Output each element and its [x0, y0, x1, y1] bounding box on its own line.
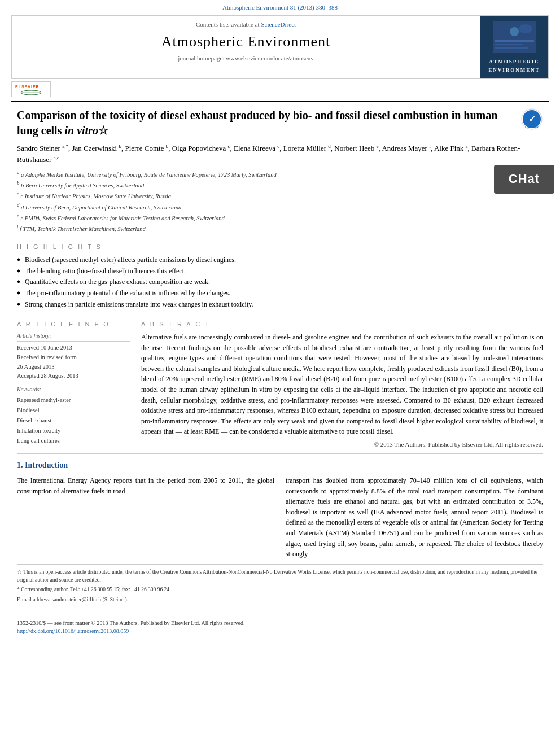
accepted-date: Accepted 28 August 2013: [17, 372, 130, 381]
intro-text-right: transport has doubled from approximately…: [286, 475, 543, 560]
crossmark-icon[interactable]: ✓ CrossMark: [520, 108, 543, 130]
doi-link[interactable]: http://dx.doi.org/10.1016/j.atmosenv.201…: [17, 627, 244, 635]
svg-text:✓: ✓: [528, 114, 536, 124]
keyword: Inhalation toxicity: [17, 426, 130, 436]
abstract-text: Alternative fuels are increasingly combu…: [141, 332, 543, 437]
divider-after-highlights: [17, 314, 543, 314]
elsevier-row: ELSEVIER: [0, 79, 560, 97]
header-main: Contents lists available at ScienceDirec…: [12, 16, 480, 78]
received-revised-label: Received in revised form: [17, 353, 130, 362]
highlights-section: H I G H L I G H T S Biodiesel (rapeseed …: [17, 243, 543, 309]
article-body: Comparison of the toxicity of diesel exh…: [0, 102, 560, 611]
footnote-1: ☆ This is an open-access article distrib…: [17, 568, 543, 584]
intro-heading: 1. Introduction: [17, 460, 543, 471]
svg-text:CrossMark: CrossMark: [525, 125, 539, 129]
history-label: Article history:: [17, 332, 130, 342]
svg-rect-5: [495, 47, 528, 49]
keyword: Rapeseed methyl-ester: [17, 395, 130, 405]
journal-reference-link[interactable]: Atmospheric Environment 81 (2013) 380–38…: [222, 4, 338, 11]
elsevier-logo: ELSEVIER: [11, 81, 51, 97]
divider-after-affiliations: [17, 238, 543, 238]
divider-before-intro: [17, 453, 543, 454]
info-abstract-row: A R T I C L E I N F O Article history: R…: [17, 320, 543, 449]
list-item: Quantitative effects on the gas-phase ex…: [17, 277, 543, 287]
abstract-heading: A B S T R A C T: [141, 320, 543, 329]
abstract-col: A B S T R A C T Alternative fuels are in…: [141, 320, 543, 449]
keywords-label: Keywords:: [17, 386, 130, 394]
introduction-section: 1. Introduction The International Energy…: [17, 460, 543, 559]
list-item: The pro-inflammatory potential of the ex…: [17, 289, 543, 298]
intro-two-col: The International Energy Agency reports …: [17, 475, 543, 560]
footnotes: ☆ This is an open-access article distrib…: [17, 564, 543, 604]
revised-date: 26 August 2013: [17, 362, 130, 372]
science-direct-line: Contents lists available at ScienceDirec…: [196, 20, 296, 29]
intro-text-left: The International Energy Agency reports …: [17, 475, 274, 496]
svg-text:ELSEVIER: ELSEVIER: [15, 85, 40, 89]
header-box: Contents lists available at ScienceDirec…: [11, 15, 549, 79]
article-history: Article history: Received 10 June 2013 R…: [17, 332, 130, 381]
article-title-row: Comparison of the toxicity of diesel exh…: [17, 108, 543, 138]
article-info-col: A R T I C L E I N F O Article history: R…: [17, 320, 130, 449]
svg-rect-4: [495, 44, 523, 45]
journal-logo-box: ATMOSPHERIC ENVIRONMENT: [480, 16, 548, 78]
list-item: Strong changes in particle emissions tra…: [17, 300, 543, 309]
journal-logo-text: ATMOSPHERIC ENVIRONMENT: [488, 58, 540, 74]
intro-col-left: The International Energy Agency reports …: [17, 475, 274, 560]
svg-point-6: [519, 24, 532, 33]
highlights-list: Biodiesel (rapeseed methyl-ester) affect…: [17, 255, 543, 309]
received-date: Received 10 June 2013: [17, 343, 130, 353]
science-direct-link[interactable]: ScienceDirect: [261, 21, 296, 28]
keyword: Lung cell cultures: [17, 436, 130, 446]
article-title: Comparison of the toxicity of diesel exh…: [17, 108, 515, 138]
keyword: Diesel exhaust: [17, 416, 130, 426]
chat-overlay-text: CHat: [509, 171, 540, 188]
footnote-2: * Corresponding author. Tel.: +41 26 300…: [17, 586, 543, 593]
list-item: The blending ratio (bio-/fossil diesel) …: [17, 267, 543, 276]
affiliations: a a Adolphe Merkle Institute, University…: [17, 169, 543, 234]
journal-title: Atmospheric Environment: [161, 32, 331, 52]
keyword: Biodiesel: [17, 405, 130, 416]
page: Atmospheric Environment 81 (2013) 380–38…: [0, 0, 560, 747]
svg-point-2: [510, 27, 519, 36]
article-info-heading: A R T I C L E I N F O: [17, 320, 130, 329]
bottom-bar: 1352-2310/$ — see front matter © 2013 Th…: [0, 617, 560, 637]
chat-overlay[interactable]: CHat: [494, 165, 554, 194]
intro-col-right: transport has doubled from approximately…: [286, 475, 543, 560]
footnote-3: E-mail address: sandro.steiner@iflft.ch …: [17, 596, 543, 604]
bottom-issn: 1352-2310/$ — see front matter © 2013 Th…: [17, 619, 244, 635]
keywords-list: Rapeseed methyl-ester Biodiesel Diesel e…: [17, 395, 130, 445]
list-item: Biodiesel (rapeseed methyl-ester) affect…: [17, 255, 543, 265]
journal-homepage: journal homepage: www.elsevier.com/locat…: [178, 54, 314, 63]
keywords-section: Keywords: Rapeseed methyl-ester Biodiese…: [17, 386, 130, 445]
copyright-line: © 2013 The Authors. Published by Elsevie…: [141, 440, 543, 449]
svg-rect-3: [495, 40, 534, 42]
journal-top-link[interactable]: Atmospheric Environment 81 (2013) 380–38…: [0, 0, 560, 13]
journal-cover-image: [492, 20, 537, 54]
highlights-heading: H I G H L I G H T S: [17, 243, 543, 251]
authors-line: Sandro Steiner a,*, Jan Czerwinski b, Pi…: [17, 143, 543, 165]
